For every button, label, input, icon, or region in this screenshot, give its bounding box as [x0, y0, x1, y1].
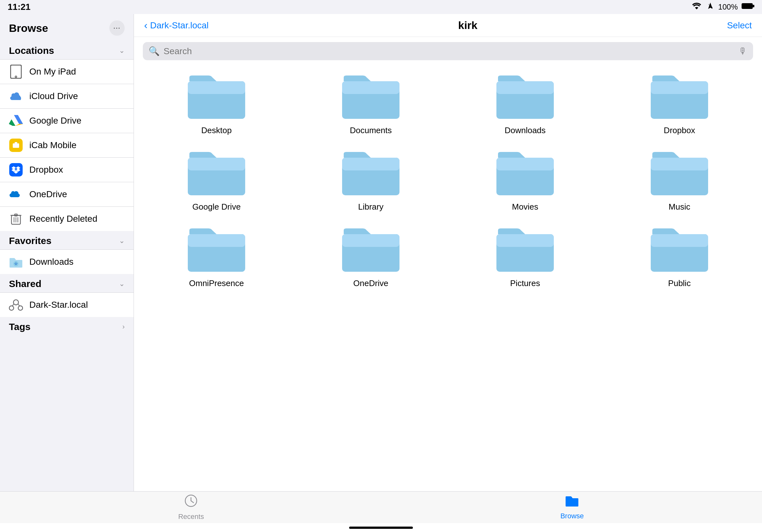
folder-item-library[interactable]: Library	[298, 148, 443, 212]
browse-label: Browse	[561, 512, 584, 520]
svg-rect-2	[753, 5, 754, 7]
folder-item-pictures[interactable]: Pictures	[453, 225, 597, 288]
svg-rect-35	[496, 81, 554, 94]
folder-svg-desktop	[186, 72, 247, 121]
folder-item-omnipresence[interactable]: OmniPresence	[144, 225, 289, 288]
downloads-label: Downloads	[29, 257, 74, 267]
svg-rect-41	[342, 158, 400, 170]
folder-name-documents: Documents	[350, 125, 392, 135]
tags-header[interactable]: Tags ›	[0, 317, 134, 335]
svg-point-27	[18, 306, 23, 310]
folder-item-desktop[interactable]: Desktop	[144, 72, 289, 135]
folder-name-desktop: Desktop	[201, 125, 231, 135]
svg-rect-11	[15, 142, 17, 145]
wifi-icon	[691, 2, 702, 12]
folder-svg-onedrive	[341, 225, 401, 274]
trash-icon	[9, 212, 23, 226]
sidebar-item-dark-star[interactable]: Dark-Star.local	[0, 293, 134, 317]
search-bar[interactable]: 🔍 🎙	[143, 42, 753, 60]
folder-name-music: Music	[669, 202, 690, 212]
folder-item-onedrive[interactable]: OneDrive	[298, 225, 443, 288]
ipad-icon	[9, 65, 23, 79]
browse-icon	[565, 495, 579, 510]
sidebar-item-onedrive[interactable]: OneDrive	[0, 182, 134, 206]
svg-rect-37	[651, 81, 708, 94]
tab-browse[interactable]: Browse	[561, 495, 584, 520]
signal-icon	[706, 2, 715, 12]
folder-item-dropbox[interactable]: Dropbox	[607, 72, 752, 135]
folder-name-library: Library	[358, 202, 383, 212]
favorites-section: Favorites ⌄ Downloads	[0, 231, 134, 274]
folder-svg-music	[649, 148, 710, 197]
sidebar-item-downloads[interactable]: Downloads	[0, 249, 134, 274]
content-header: ‹ Dark-Star.local kirk Select	[134, 14, 762, 37]
folder-item-movies[interactable]: Movies	[453, 148, 597, 212]
on-my-ipad-label: On My iPad	[29, 67, 76, 77]
tab-recents[interactable]: Recents	[178, 494, 204, 521]
recents-icon	[184, 494, 198, 511]
sidebar-item-google-drive[interactable]: Google Drive	[0, 108, 134, 133]
sidebar-item-on-my-ipad[interactable]: On My iPad	[0, 59, 134, 84]
shared-section: Shared ⌄ Dark-Star.local	[0, 274, 134, 317]
folder-name-dropbox: Dropbox	[664, 125, 695, 135]
folder-svg-public	[649, 225, 710, 274]
sidebar-item-icloud-drive[interactable]: iCloud Drive	[0, 84, 134, 108]
svg-rect-3	[11, 65, 21, 78]
svg-line-56	[191, 501, 193, 503]
folder-svg-library	[341, 148, 401, 197]
search-input[interactable]	[164, 46, 734, 56]
shared-header: Shared ⌄	[0, 274, 134, 293]
back-button[interactable]: ‹ Dark-Star.local	[144, 20, 208, 31]
svg-rect-43	[496, 158, 554, 170]
locations-title: Locations	[9, 45, 54, 56]
microphone-icon[interactable]: 🎙	[738, 46, 747, 56]
locations-header: Locations ⌄	[0, 41, 134, 59]
folder-name-onedrive: OneDrive	[353, 278, 388, 288]
folder-item-documents[interactable]: Documents	[298, 72, 443, 135]
folder-svg-movies	[495, 148, 555, 197]
folder-name-google-drive: Google Drive	[192, 202, 241, 212]
folder-item-google-drive[interactable]: Google Drive	[144, 148, 289, 212]
server-icon	[9, 298, 23, 312]
more-button[interactable]: ···	[110, 20, 125, 36]
content-area: ‹ Dark-Star.local kirk Select 🔍 🎙 Deskto…	[134, 14, 762, 491]
battery-label: 100%	[718, 3, 738, 12]
tags-title: Tags	[9, 321, 31, 332]
icab-mobile-icon	[9, 138, 23, 152]
sidebar-item-recently-deleted[interactable]: Recently Deleted	[0, 206, 134, 231]
sidebar-item-dropbox[interactable]: Dropbox	[0, 157, 134, 182]
folder-svg-pictures	[495, 225, 555, 274]
folder-item-music[interactable]: Music	[607, 148, 752, 212]
favorites-chevron-icon: ⌄	[119, 237, 125, 245]
svg-rect-39	[188, 158, 245, 170]
shared-title: Shared	[9, 278, 41, 289]
dropbox-icon	[9, 163, 23, 177]
search-icon: 🔍	[149, 46, 160, 56]
recently-deleted-label: Recently Deleted	[29, 214, 97, 224]
folder-name-omnipresence: OmniPresence	[189, 278, 244, 288]
svg-rect-33	[342, 81, 400, 94]
google-drive-label: Google Drive	[29, 116, 81, 126]
tags-arrow-icon: ›	[122, 323, 125, 331]
shared-chevron-icon: ⌄	[119, 280, 125, 288]
svg-point-26	[9, 306, 14, 310]
sidebar-header: Browse ···	[0, 14, 134, 41]
folder-item-public[interactable]: Public	[607, 225, 752, 288]
locations-section: Locations ⌄ On My iPad iClo	[0, 41, 134, 231]
folder-name-public: Public	[668, 278, 691, 288]
sidebar: Browse ··· Locations ⌄ On My iPad	[0, 14, 134, 491]
content-title: kirk	[458, 19, 478, 32]
onedrive-icon	[9, 187, 23, 201]
status-icons: 100%	[691, 2, 754, 12]
svg-rect-53	[651, 234, 708, 247]
locations-chevron-icon: ⌄	[119, 46, 125, 55]
folder-svg-downloads	[495, 72, 555, 121]
google-drive-icon	[9, 114, 23, 128]
folder-name-movies: Movies	[512, 202, 538, 212]
favorites-title: Favorites	[9, 235, 51, 246]
select-button[interactable]: Select	[727, 20, 752, 31]
folder-svg-omnipresence	[186, 225, 247, 274]
folder-item-downloads[interactable]: Downloads	[453, 72, 597, 135]
sidebar-item-icab-mobile[interactable]: iCab Mobile	[0, 133, 134, 157]
sidebar-title: Browse	[9, 22, 48, 34]
